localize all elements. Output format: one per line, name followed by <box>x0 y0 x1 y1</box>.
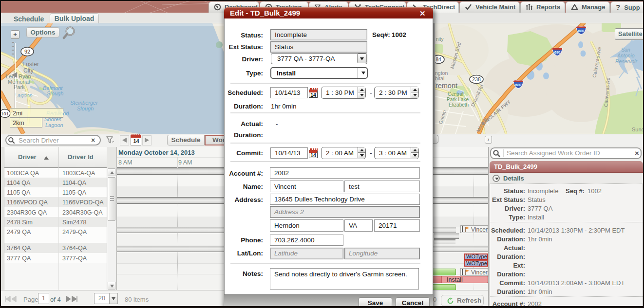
svg-text:Fremont: Fremont <box>435 82 457 90</box>
svg-text:Central: Central <box>448 91 463 97</box>
svg-text:Steinberger: Steinberger <box>70 100 98 106</box>
svg-text:680: 680 <box>578 29 585 33</box>
svg-text:Elizabeth: Elizabeth <box>449 102 469 108</box>
svg-text:Park Lake: Park Lake <box>447 97 469 102</box>
svg-text:Antonio: Antonio <box>617 53 635 58</box>
svg-text:92: 92 <box>24 49 30 54</box>
svg-text:101: 101 <box>1 111 9 116</box>
svg-text:nity: nity <box>436 36 444 42</box>
svg-text:Slough: Slough <box>47 91 63 96</box>
svg-text:City: City <box>23 67 34 74</box>
svg-text:Foster: Foster <box>22 61 39 68</box>
svg-text:238: 238 <box>472 76 481 82</box>
svg-text:680: 680 <box>515 83 522 87</box>
svg-text:Reservoir: Reservoir <box>615 58 637 64</box>
svg-text:680: 680 <box>554 50 561 54</box>
svg-text:Lagoon: Lagoon <box>15 92 33 98</box>
svg-text:Suno: Suno <box>632 127 643 132</box>
svg-text:Slough: Slough <box>77 106 94 111</box>
svg-text:bital: bital <box>435 75 444 81</box>
svg-text:San: San <box>621 47 630 53</box>
svg-text:Lagoon: Lagoon <box>45 122 63 128</box>
svg-text:84: 84 <box>436 56 441 62</box>
